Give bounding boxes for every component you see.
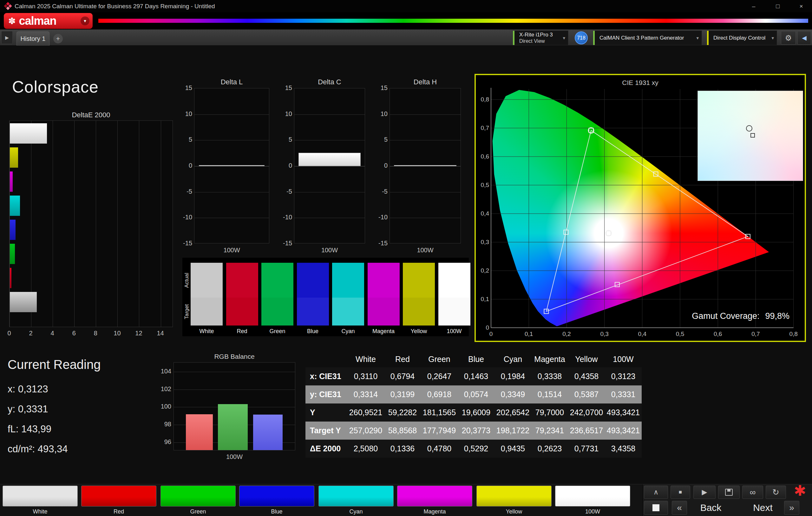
table-cell: 0,1463 bbox=[458, 367, 494, 386]
swatch-target-green bbox=[261, 298, 293, 326]
reading-x: x: 0,3123 bbox=[8, 384, 48, 395]
infinity-icon: ∞ bbox=[750, 487, 756, 497]
table-header: Blue bbox=[458, 351, 494, 367]
calman-flower-icon: ✽ bbox=[8, 16, 16, 26]
swatch-label: Blue bbox=[297, 328, 329, 335]
table-cell: 0,5292 bbox=[458, 439, 494, 458]
tab-history-1[interactable]: History 1 bbox=[17, 31, 50, 45]
pattern-button-cyan[interactable] bbox=[318, 486, 394, 507]
next-arrow-button[interactable]: » bbox=[784, 501, 799, 515]
source-name: CalMAN Client 3 Pattern Generator bbox=[600, 35, 702, 41]
swatch-actual-red bbox=[226, 263, 258, 298]
display-accent bbox=[707, 31, 708, 45]
settings-button[interactable]: ⚙ bbox=[781, 31, 796, 45]
play-button[interactable]: ▶ bbox=[693, 486, 716, 499]
meter-name: X-Rite i1Pro 3 bbox=[519, 31, 568, 38]
deltae-bar-white bbox=[10, 292, 37, 312]
deltae-xtick: 4 bbox=[46, 330, 59, 337]
table-header: Magenta bbox=[531, 351, 568, 367]
table-cell: 0,3110 bbox=[347, 367, 384, 386]
deltae-gridline bbox=[74, 121, 75, 327]
pattern-button-white[interactable] bbox=[3, 486, 78, 507]
pattern-button-yellow[interactable] bbox=[476, 486, 552, 507]
pattern-button-label: Yellow bbox=[476, 508, 552, 515]
back-button[interactable]: Back bbox=[690, 501, 731, 515]
pattern-window-button[interactable] bbox=[644, 501, 668, 515]
add-tab-button[interactable]: + bbox=[53, 34, 63, 43]
delta-ytick: 10 bbox=[374, 110, 387, 118]
gamut-coverage: Gamut Coverage: 99,8% bbox=[692, 311, 789, 321]
delta-ytick: -10 bbox=[178, 214, 192, 221]
app-window: Calman 2025 Calman Ultimate for Business… bbox=[0, 0, 812, 516]
refresh-button[interactable]: ↻ bbox=[766, 486, 786, 499]
collapse-arrow-icon: ◀ bbox=[802, 34, 807, 41]
refresh-icon: ↻ bbox=[772, 487, 779, 497]
rgb-xlabel: 100W bbox=[174, 453, 295, 460]
stop-button[interactable]: ■ bbox=[670, 486, 690, 499]
meter-dropdown[interactable]: X-Rite i1Pro 3 Direct View ▾ bbox=[513, 30, 569, 45]
measuring-indicator: ✱ bbox=[790, 482, 809, 499]
reading-fl: fL: 143,99 bbox=[8, 423, 51, 435]
table-cell: 58,8568 bbox=[384, 422, 421, 439]
pattern-source-dropdown[interactable]: CalMAN Client 3 Pattern Generator ▾ bbox=[593, 30, 702, 45]
rainbow-stripe bbox=[98, 19, 808, 23]
pattern-button-label: Cyan bbox=[318, 508, 394, 515]
deltae-gridline bbox=[161, 121, 161, 327]
cie-ytick: 0,5 bbox=[476, 182, 489, 189]
close-icon[interactable]: × bbox=[793, 0, 809, 12]
swatch-actual-yellow bbox=[403, 263, 435, 298]
pattern-button-magenta[interactable] bbox=[397, 486, 472, 507]
workflow-flyout-button[interactable]: ▶ bbox=[1, 31, 13, 44]
table-cell: 0,3314 bbox=[347, 386, 384, 403]
minimize-icon[interactable]: – bbox=[745, 0, 762, 12]
chevron-down-icon[interactable]: ▾ bbox=[81, 17, 89, 25]
delta-chart-0 bbox=[194, 88, 269, 243]
cie-ytick: 0,4 bbox=[476, 210, 489, 217]
reading-y: y: 0,3331 bbox=[8, 403, 48, 415]
chevron-down-icon: ▾ bbox=[696, 35, 699, 41]
delta-ytick: 15 bbox=[278, 84, 292, 92]
delta-ytick: 15 bbox=[374, 84, 387, 92]
pattern-button-red[interactable] bbox=[81, 486, 156, 507]
pattern-button-blue[interactable] bbox=[239, 486, 314, 507]
table-header: 100W bbox=[605, 351, 642, 367]
table-header: Cyan bbox=[494, 351, 531, 367]
table-cell: 0,3123 bbox=[605, 367, 642, 386]
maximize-icon[interactable]: □ bbox=[770, 0, 786, 12]
cie-marker-white bbox=[606, 231, 611, 236]
delta-ytick: -10 bbox=[278, 214, 292, 221]
table-cell: 0,4358 bbox=[568, 367, 605, 386]
rgb-balance-chart bbox=[174, 362, 295, 450]
table-cell: 0,3199 bbox=[384, 386, 421, 403]
cie-1931-panel: CIE 1931 xy 00,10,20,30,40,50,60,70,800,… bbox=[474, 74, 806, 342]
rgb-bar-blue bbox=[253, 415, 283, 450]
floppy-disk-icon bbox=[725, 489, 733, 496]
swatch-actual-100w bbox=[438, 263, 470, 298]
pattern-button-green[interactable] bbox=[161, 486, 236, 507]
table-cell: 0,0574 bbox=[458, 386, 494, 403]
delta-ytick: 10 bbox=[278, 110, 292, 118]
pattern-button-100w[interactable] bbox=[555, 486, 630, 507]
double-chevron-right-icon: » bbox=[789, 503, 794, 513]
delta-ytick: 0 bbox=[278, 162, 292, 169]
delta-gridline bbox=[294, 218, 365, 218]
collapse-panel-button[interactable]: ◀ bbox=[798, 31, 811, 45]
table-cell: 0,7731 bbox=[568, 439, 605, 458]
table-cell: 0,3338 bbox=[531, 367, 568, 386]
continuous-measure-button[interactable]: ∞ bbox=[742, 486, 763, 499]
table-row-label: Target Y bbox=[306, 422, 347, 439]
page-up-button[interactable]: ∧ bbox=[644, 486, 668, 499]
delta-gridline bbox=[390, 192, 461, 192]
display-control-dropdown[interactable]: Direct Display Control ▾ bbox=[707, 30, 777, 45]
meter-count-badge: 718 bbox=[575, 31, 588, 44]
actual-row-label: Actual bbox=[184, 263, 190, 298]
back-arrow-button[interactable]: « bbox=[672, 501, 687, 515]
calman-menu-button[interactable]: ✽ calman ▾ bbox=[4, 13, 93, 29]
logo-row: ✽ calman ▾ bbox=[0, 12, 812, 29]
save-button[interactable] bbox=[718, 486, 740, 499]
deltae-bar-yellow bbox=[10, 147, 18, 168]
table-cell: 0,6794 bbox=[384, 367, 421, 386]
tab-bar: ▶ History 1 + X-Rite i1Pro 3 Direct View… bbox=[0, 29, 812, 45]
next-button[interactable]: Next bbox=[745, 501, 780, 515]
cie-ytick: 0 bbox=[476, 324, 489, 331]
